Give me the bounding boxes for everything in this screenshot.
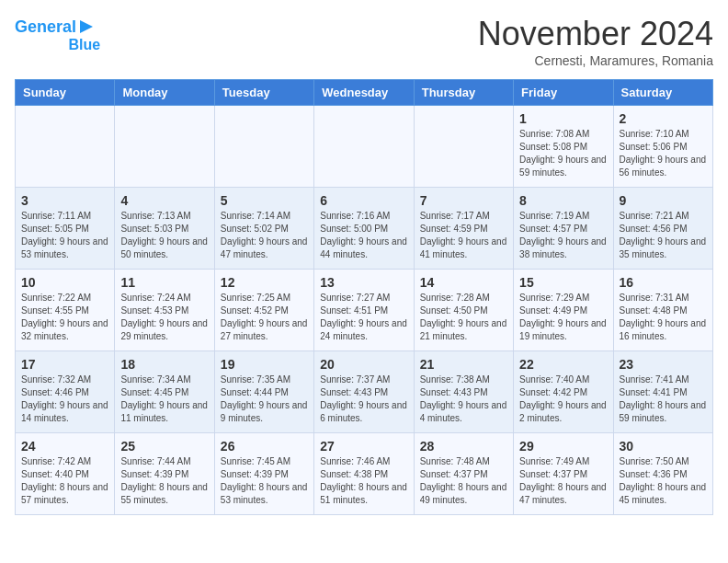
day-number: 28 — [420, 439, 507, 454]
day-number: 15 — [519, 275, 607, 290]
day-info: Sunrise: 7:37 AM Sunset: 4:43 PM Dayligh… — [320, 373, 407, 425]
day-number: 4 — [120, 193, 208, 208]
calendar-cell: 2Sunrise: 7:10 AM Sunset: 5:06 PM Daylig… — [613, 106, 712, 188]
day-number: 20 — [320, 357, 407, 372]
day-number: 23 — [620, 357, 707, 372]
location-subtitle: Cernesti, Maramures, Romania — [478, 53, 713, 68]
day-number: 10 — [21, 275, 108, 290]
day-number: 16 — [620, 275, 707, 290]
calendar-cell: 13Sunrise: 7:27 AM Sunset: 4:51 PM Dayli… — [314, 270, 414, 351]
day-info: Sunrise: 7:46 AM Sunset: 4:38 PM Dayligh… — [320, 455, 407, 507]
calendar-cell: 3Sunrise: 7:11 AM Sunset: 5:05 PM Daylig… — [16, 188, 115, 270]
day-number: 17 — [21, 357, 108, 372]
calendar-cell — [214, 106, 313, 188]
logo-subtext: Blue — [68, 37, 100, 53]
weekday-header: Tuesday — [214, 80, 313, 106]
calendar-cell: 22Sunrise: 7:40 AM Sunset: 4:42 PM Dayli… — [514, 351, 613, 433]
day-info: Sunrise: 7:13 AM Sunset: 5:03 PM Dayligh… — [120, 210, 208, 261]
day-info: Sunrise: 7:11 AM Sunset: 5:05 PM Dayligh… — [21, 210, 108, 261]
day-info: Sunrise: 7:24 AM Sunset: 4:53 PM Dayligh… — [120, 292, 208, 343]
day-number: 3 — [21, 193, 108, 208]
day-info: Sunrise: 7:19 AM Sunset: 4:57 PM Dayligh… — [519, 210, 607, 261]
day-info: Sunrise: 7:25 AM Sunset: 4:52 PM Dayligh… — [221, 292, 308, 343]
calendar-cell: 29Sunrise: 7:49 AM Sunset: 4:37 PM Dayli… — [514, 433, 613, 515]
calendar-cell: 20Sunrise: 7:37 AM Sunset: 4:43 PM Dayli… — [314, 351, 414, 433]
calendar-cell — [314, 106, 414, 188]
weekday-header: Thursday — [414, 80, 513, 106]
day-info: Sunrise: 7:48 AM Sunset: 4:37 PM Dayligh… — [420, 455, 507, 507]
day-number: 7 — [420, 193, 507, 208]
month-title: November 2024 — [478, 15, 713, 53]
calendar-header-row: SundayMondayTuesdayWednesdayThursdayFrid… — [16, 80, 713, 106]
calendar-cell: 25Sunrise: 7:44 AM Sunset: 4:39 PM Dayli… — [115, 433, 214, 515]
day-number: 18 — [120, 357, 208, 372]
calendar-row: 24Sunrise: 7:42 AM Sunset: 4:40 PM Dayli… — [16, 433, 713, 515]
day-info: Sunrise: 7:45 AM Sunset: 4:39 PM Dayligh… — [221, 455, 308, 507]
day-number: 11 — [120, 275, 208, 290]
weekday-header: Sunday — [16, 80, 115, 106]
day-number: 9 — [620, 193, 707, 208]
day-info: Sunrise: 7:14 AM Sunset: 5:02 PM Dayligh… — [221, 210, 308, 261]
calendar-cell: 6Sunrise: 7:16 AM Sunset: 5:00 PM Daylig… — [314, 188, 414, 270]
day-info: Sunrise: 7:50 AM Sunset: 4:36 PM Dayligh… — [620, 455, 707, 507]
calendar-cell: 16Sunrise: 7:31 AM Sunset: 4:48 PM Dayli… — [613, 270, 712, 351]
logo-icon — [80, 17, 100, 37]
weekday-header: Wednesday — [314, 80, 414, 106]
calendar-cell: 14Sunrise: 7:28 AM Sunset: 4:50 PM Dayli… — [414, 270, 513, 351]
day-number: 12 — [221, 275, 308, 290]
day-info: Sunrise: 7:44 AM Sunset: 4:39 PM Dayligh… — [120, 455, 208, 507]
calendar-cell: 24Sunrise: 7:42 AM Sunset: 4:40 PM Dayli… — [16, 433, 115, 515]
day-number: 21 — [420, 357, 507, 372]
day-number: 24 — [21, 439, 108, 454]
calendar-cell: 28Sunrise: 7:48 AM Sunset: 4:37 PM Dayli… — [414, 433, 513, 515]
calendar-cell: 30Sunrise: 7:50 AM Sunset: 4:36 PM Dayli… — [613, 433, 712, 515]
calendar-table: SundayMondayTuesdayWednesdayThursdayFrid… — [15, 79, 713, 515]
day-info: Sunrise: 7:34 AM Sunset: 4:45 PM Dayligh… — [120, 373, 208, 425]
day-info: Sunrise: 7:16 AM Sunset: 5:00 PM Dayligh… — [320, 210, 407, 261]
calendar-cell: 23Sunrise: 7:41 AM Sunset: 4:41 PM Dayli… — [613, 351, 712, 433]
calendar-row: 10Sunrise: 7:22 AM Sunset: 4:55 PM Dayli… — [16, 270, 713, 351]
calendar-cell: 26Sunrise: 7:45 AM Sunset: 4:39 PM Dayli… — [214, 433, 313, 515]
day-number: 14 — [420, 275, 507, 290]
calendar-cell: 10Sunrise: 7:22 AM Sunset: 4:55 PM Dayli… — [16, 270, 115, 351]
svg-marker-0 — [80, 20, 93, 33]
logo-text: General — [15, 18, 76, 37]
calendar-cell: 11Sunrise: 7:24 AM Sunset: 4:53 PM Dayli… — [115, 270, 214, 351]
calendar-cell: 12Sunrise: 7:25 AM Sunset: 4:52 PM Dayli… — [214, 270, 313, 351]
day-number: 25 — [120, 439, 208, 454]
day-info: Sunrise: 7:31 AM Sunset: 4:48 PM Dayligh… — [620, 292, 707, 343]
day-number: 29 — [519, 439, 607, 454]
calendar-cell: 27Sunrise: 7:46 AM Sunset: 4:38 PM Dayli… — [314, 433, 414, 515]
weekday-header: Friday — [514, 80, 613, 106]
day-info: Sunrise: 7:21 AM Sunset: 4:56 PM Dayligh… — [620, 210, 707, 261]
calendar-cell: 9Sunrise: 7:21 AM Sunset: 4:56 PM Daylig… — [613, 188, 712, 270]
calendar-cell: 8Sunrise: 7:19 AM Sunset: 4:57 PM Daylig… — [514, 188, 613, 270]
day-info: Sunrise: 7:27 AM Sunset: 4:51 PM Dayligh… — [320, 292, 407, 343]
calendar-cell — [414, 106, 513, 188]
day-info: Sunrise: 7:08 AM Sunset: 5:08 PM Dayligh… — [519, 128, 607, 179]
weekday-header: Monday — [115, 80, 214, 106]
day-number: 5 — [221, 193, 308, 208]
day-info: Sunrise: 7:10 AM Sunset: 5:06 PM Dayligh… — [620, 128, 707, 179]
day-info: Sunrise: 7:22 AM Sunset: 4:55 PM Dayligh… — [21, 292, 108, 343]
day-number: 8 — [519, 193, 607, 208]
day-info: Sunrise: 7:28 AM Sunset: 4:50 PM Dayligh… — [420, 292, 507, 343]
day-info: Sunrise: 7:17 AM Sunset: 4:59 PM Dayligh… — [420, 210, 507, 261]
calendar-cell — [16, 106, 115, 188]
calendar-row: 1Sunrise: 7:08 AM Sunset: 5:08 PM Daylig… — [16, 106, 713, 188]
calendar-cell: 15Sunrise: 7:29 AM Sunset: 4:49 PM Dayli… — [514, 270, 613, 351]
day-number: 1 — [519, 111, 607, 126]
calendar-cell: 19Sunrise: 7:35 AM Sunset: 4:44 PM Dayli… — [214, 351, 313, 433]
day-number: 19 — [221, 357, 308, 372]
day-info: Sunrise: 7:40 AM Sunset: 4:42 PM Dayligh… — [519, 373, 607, 425]
day-number: 30 — [620, 439, 707, 454]
calendar-row: 3Sunrise: 7:11 AM Sunset: 5:05 PM Daylig… — [16, 188, 713, 270]
calendar-cell: 4Sunrise: 7:13 AM Sunset: 5:03 PM Daylig… — [115, 188, 214, 270]
calendar-cell: 7Sunrise: 7:17 AM Sunset: 4:59 PM Daylig… — [414, 188, 513, 270]
calendar-cell: 21Sunrise: 7:38 AM Sunset: 4:43 PM Dayli… — [414, 351, 513, 433]
calendar-cell: 5Sunrise: 7:14 AM Sunset: 5:02 PM Daylig… — [214, 188, 313, 270]
day-number: 13 — [320, 275, 407, 290]
calendar-cell: 17Sunrise: 7:32 AM Sunset: 4:46 PM Dayli… — [16, 351, 115, 433]
day-info: Sunrise: 7:42 AM Sunset: 4:40 PM Dayligh… — [21, 455, 108, 507]
day-info: Sunrise: 7:38 AM Sunset: 4:43 PM Dayligh… — [420, 373, 507, 425]
